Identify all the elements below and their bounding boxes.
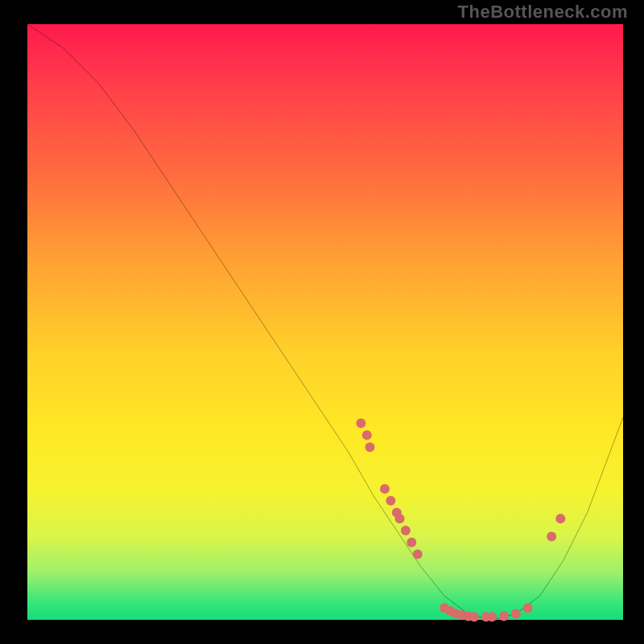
watermark-text: TheBottleneck.com [458, 2, 628, 23]
plot-area [27, 24, 623, 620]
data-point [487, 612, 497, 621]
data-point [413, 550, 423, 559]
data-point [380, 484, 390, 493]
data-point [555, 514, 565, 523]
data-point [386, 496, 395, 506]
data-point [407, 538, 416, 547]
data-point [547, 531, 556, 541]
data-point [511, 609, 521, 619]
data-point [469, 612, 479, 621]
data-point [499, 612, 509, 621]
chart-svg [27, 24, 623, 620]
data-point [523, 603, 533, 613]
data-points [356, 419, 565, 621]
data-point [365, 442, 375, 452]
data-point [356, 419, 365, 428]
data-point [395, 514, 405, 523]
data-point [362, 431, 372, 440]
series-curve [27, 24, 623, 620]
data-point [401, 526, 411, 535]
chart-container: TheBottleneck.com [0, 0, 644, 644]
